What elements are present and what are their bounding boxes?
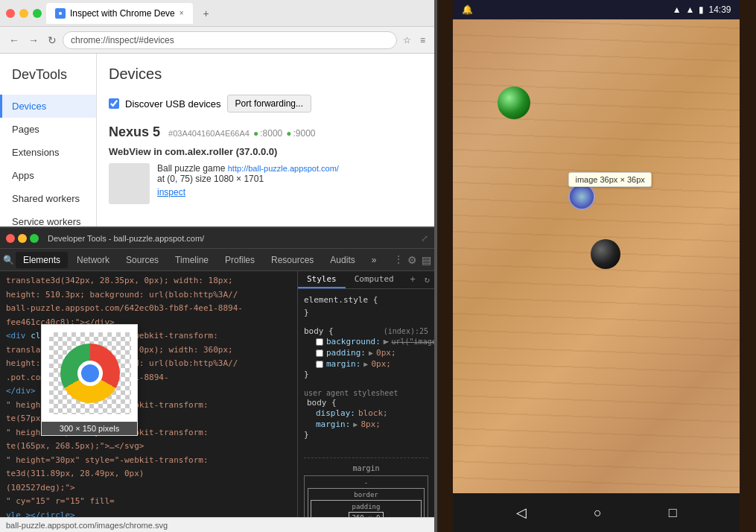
tab-title: Inspect with Chrome Deve [70, 8, 175, 19]
box-model-border: border padding 360 × 0 [308, 488, 425, 517]
device-name: Nexus 5 #03A404160A4E66A4 :8000 :9000 [109, 124, 422, 140]
panel-minimize-button[interactable] [18, 234, 27, 243]
webview-title: WebView in com.alex.roller (37.0.0.0) [109, 146, 422, 157]
sidebar-item-extensions[interactable]: Extensions [0, 141, 96, 164]
sidebar-item-shared-workers[interactable]: Shared workers [0, 187, 96, 210]
phone-content: image 36px × 36px [453, 19, 740, 493]
webview-app-name: Ball puzzle game http://ball-puzzle.apps… [157, 163, 339, 174]
webview-thumbnail [109, 163, 150, 204]
address-bar[interactable]: chrome://inspect/#devices [63, 31, 397, 49]
device-id: #03A404160A4E66A4 [168, 129, 250, 138]
chrome-logo-circle [60, 343, 120, 403]
minimize-button[interactable] [19, 9, 28, 18]
panel-close-button[interactable] [6, 234, 15, 243]
html-line: te3d(311.89px, 28.49px, 0px) [0, 467, 297, 481]
tab-resources[interactable]: Resources [264, 252, 321, 268]
sidebar-item-apps[interactable]: Apps [0, 164, 96, 187]
ua-label: user agent stylesheet [304, 389, 398, 397]
home-nav-icon[interactable]: ○ [594, 505, 602, 521]
sidebar-item-devices[interactable]: Devices [0, 95, 96, 118]
port-forwarding-button[interactable]: Port forwarding... [227, 95, 311, 113]
phone-navbar: ◁ ○ □ [453, 493, 740, 532]
refresh-style-icon[interactable]: ↻ [420, 271, 434, 288]
tab-overflow[interactable]: » [364, 252, 384, 268]
sidebar-item-label: Extensions [12, 147, 60, 158]
box-model: margin - border padding 360 × 0 [304, 457, 428, 517]
bookmark-icon[interactable]: ☆ [400, 32, 414, 48]
panel-settings-icon[interactable]: ⚙ [407, 254, 417, 266]
devtools-title: DevTools [0, 61, 96, 95]
refresh-button[interactable]: ↻ [45, 31, 60, 49]
tab-elements[interactable]: Elements [16, 252, 68, 268]
tab-profiles[interactable]: Profiles [217, 252, 262, 268]
tab-close-icon[interactable]: × [180, 9, 184, 17]
panel-tabs: 🔍 Elements Network Sources Timeline Prof… [0, 249, 434, 271]
dark-ball [591, 239, 620, 269]
maximize-button[interactable] [33, 9, 42, 18]
html-line: (102527deg);"> [0, 481, 297, 495]
browser-toolbar: ← → ↻ chrome://inspect/#devices ☆ ≡ [0, 27, 434, 54]
back-nav-icon[interactable]: ◁ [516, 504, 527, 521]
html-line: translate3d(342px, 28.35px, 0px); width:… [0, 274, 297, 288]
chrome-logo-inner [77, 361, 103, 386]
box-model-dimension: 360 × 0 [349, 512, 384, 517]
phone-notification-icon: 🔔 [462, 4, 473, 15]
padding-checkbox[interactable] [316, 349, 323, 357]
display-prop: display: block; [304, 408, 428, 419]
styles-tab-styles[interactable]: Styles [298, 271, 346, 288]
sidebar-item-label: Apps [12, 170, 34, 181]
html-line: ball-puzzle.appspot.com/642ec0b3-fb8f-4e… [0, 302, 297, 316]
chrome-logo-overlay: 300 × 150 pixels [41, 324, 138, 436]
panel-header: Developer Tools - ball-puzzle.appspot.co… [0, 228, 434, 249]
styles-tab-computed[interactable]: Computed [346, 271, 403, 288]
devices-title: Devices [109, 66, 422, 83]
chrome-size-label: 300 × 150 pixels [42, 422, 137, 435]
address-text: chrome://inspect/#devices [71, 35, 174, 45]
browser-tab[interactable]: Inspect with Chrome Deve × [46, 3, 193, 24]
signal-icon: ▲ [686, 4, 695, 15]
margin-checkbox[interactable] [316, 361, 323, 368]
panel-resize-icon[interactable]: ⤢ [421, 233, 428, 244]
tab-sources[interactable]: Sources [118, 252, 166, 268]
recents-nav-icon[interactable]: □ [669, 505, 677, 521]
statusbar-url: ball-puzzle.appspot.com/images/chrome.sv… [6, 521, 168, 530]
box-model-padding: padding 360 × 0 [311, 500, 422, 517]
box-model-margin: - border padding 360 × 0 [304, 475, 428, 517]
menu-icon[interactable]: ≡ [417, 32, 428, 48]
port-badge-1: :8000 [253, 128, 282, 139]
window-controls [6, 9, 42, 18]
panel-overflow-icon[interactable]: ⋮ [394, 254, 403, 266]
body-selector: body { [304, 326, 334, 336]
styles-selector: element.style { [304, 295, 378, 305]
forward-button[interactable]: → [25, 31, 42, 49]
browser-statusbar: ball-puzzle.appspot.com/images/chrome.sv… [0, 517, 434, 532]
panel-maximize-button[interactable] [30, 234, 39, 243]
device-name-text: Nexus 5 [109, 124, 160, 139]
green-ball [498, 86, 530, 119]
discover-usb-checkbox[interactable] [109, 98, 119, 109]
panel-dock-icon[interactable]: ▤ [422, 254, 431, 266]
phone-screen: 🔔 ▲ ▲ ▮ 14:39 image 36px × 36px [453, 0, 740, 532]
style-rule-body: body { (index):25 background: ▶ url("ima… [304, 326, 428, 379]
html-line: yle ></circle> [0, 509, 297, 518]
close-button[interactable] [6, 9, 15, 18]
clock: 14:39 [708, 4, 731, 15]
inspect-link[interactable]: inspect [157, 187, 339, 197]
styles-panel: Styles Computed + ↻ element.style { } [298, 271, 434, 517]
tab-network[interactable]: Network [69, 252, 117, 268]
background-checkbox[interactable] [316, 338, 323, 346]
tab-audits[interactable]: Audits [323, 252, 362, 268]
sidebar-item-pages[interactable]: Pages [0, 118, 96, 141]
back-button[interactable]: ← [6, 31, 22, 49]
add-style-icon[interactable]: + [406, 271, 420, 288]
android-panel: 🔔 ▲ ▲ ▮ 14:39 image 36px × 36px [437, 0, 756, 532]
new-tab-button[interactable]: + [200, 4, 212, 22]
webview-url: http://ball-puzzle.appspot.com/ [228, 164, 339, 173]
sidebar-item-service-workers[interactable]: Service workers [0, 210, 96, 227]
panel-title: Developer Tools - ball-puzzle.appspot.co… [48, 234, 204, 243]
svg-point-1 [59, 12, 62, 15]
devtools-main: Devices Discover USB devices Port forwar… [97, 54, 434, 227]
tab-timeline[interactable]: Timeline [168, 252, 216, 268]
devtools-sidebar: DevTools Devices Pages Extensions Apps S… [0, 54, 97, 227]
devtools-container: DevTools Devices Pages Extensions Apps S… [0, 54, 434, 227]
